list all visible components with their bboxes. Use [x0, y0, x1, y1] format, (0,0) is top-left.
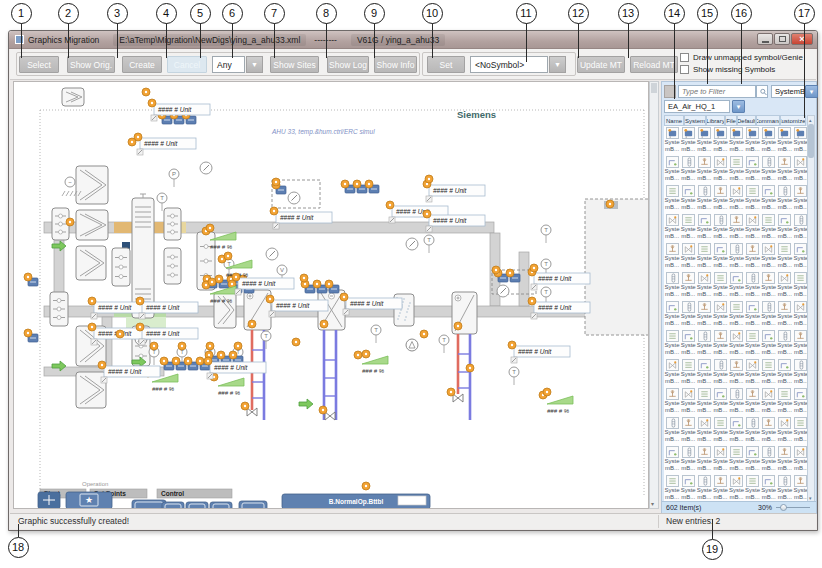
symbol-tile[interactable]: SystemB... [664, 213, 680, 242]
show-missing-checkbox-row[interactable]: Show missing Symbols [680, 65, 775, 74]
library-select-arrow-icon[interactable]: ▼ [732, 100, 745, 113]
symbol-tile[interactable]: SystemB... [680, 387, 696, 416]
symbol-tile[interactable]: SystemB... [664, 300, 680, 329]
symbol-tile[interactable]: SystemB... [680, 358, 696, 387]
column-header-name[interactable]: Name [664, 115, 684, 126]
symbol-tile[interactable]: SystemB... [696, 242, 712, 271]
symbol-tile[interactable]: SystemB... [728, 213, 744, 242]
symbol-tile[interactable]: SystemB... [761, 416, 777, 445]
symbol-tile[interactable]: SystemB... [696, 184, 712, 213]
zoom-slider-knob[interactable] [780, 504, 787, 511]
show-sites-button[interactable]: Show Sites [270, 56, 319, 73]
symbol-tile[interactable]: SystemB... [664, 155, 680, 184]
symbol-tile[interactable]: SystemB... [745, 271, 761, 300]
symbol-tile[interactable]: SystemB... [664, 126, 680, 155]
symbol-tile[interactable]: SystemB... [777, 271, 793, 300]
show-log-button[interactable]: Show Log [327, 56, 369, 73]
symbol-tile[interactable]: SystemB... [664, 184, 680, 213]
symbol-tile[interactable]: SystemB... [728, 358, 744, 387]
show-orig-button[interactable]: Show Orig. [67, 56, 115, 73]
symbol-tile[interactable]: SystemB... [696, 155, 712, 184]
symbol-tile[interactable]: SystemB... [745, 416, 761, 445]
symbol-tile[interactable]: SystemB... [712, 445, 728, 474]
draw-unmapped-checkbox[interactable] [680, 53, 689, 62]
symbol-tile[interactable]: SystemB... [761, 358, 777, 387]
symbol-tile[interactable]: SystemB... [777, 242, 793, 271]
filter-type-combobox[interactable]: Any [212, 56, 245, 73]
symbol-tile[interactable]: SystemB... [664, 474, 680, 503]
symbol-tile[interactable]: SystemB... [712, 126, 728, 155]
drawing-canvas[interactable]: PTTVTTTTTTTTTTTT~### # %### # %### # %##… [13, 81, 649, 509]
titlebar[interactable]: Graphics Migration E:\aTemp\Migration\Ne… [9, 31, 817, 49]
symbol-tile[interactable]: SystemB... [712, 358, 728, 387]
symbol-tile[interactable]: SystemB... [664, 329, 680, 358]
symbol-tile[interactable]: SystemB... [696, 126, 712, 155]
symbol-tile[interactable]: SystemB... [745, 358, 761, 387]
symbol-tile[interactable]: SystemB... [696, 329, 712, 358]
symbol-tile[interactable]: SystemB... [664, 242, 680, 271]
symbol-combobox[interactable]: <NoSymbol> [470, 56, 548, 73]
select-button[interactable]: Select [19, 56, 59, 73]
symbol-tile[interactable]: SystemB... [664, 358, 680, 387]
symbol-tile[interactable]: SystemB... [712, 474, 728, 503]
zoom-slider[interactable] [776, 507, 810, 508]
symbol-tile[interactable]: SystemB... [664, 416, 680, 445]
symbol-tile[interactable]: SystemB... [777, 416, 793, 445]
symbol-tile[interactable]: SystemB... [696, 387, 712, 416]
symbol-tile[interactable]: SystemB... [680, 213, 696, 242]
symbol-tile[interactable]: SystemB... [777, 213, 793, 242]
symbol-tile[interactable]: SystemB... [728, 184, 744, 213]
update-mt-button[interactable]: Update MT [577, 56, 625, 73]
symbol-tile[interactable]: SystemB... [761, 329, 777, 358]
symbol-tile[interactable]: SystemB... [777, 387, 793, 416]
symbol-tile[interactable]: SystemB... [680, 271, 696, 300]
symbol-tile[interactable]: SystemB... [728, 242, 744, 271]
create-button[interactable]: Create [122, 56, 162, 73]
symbol-tile[interactable]: SystemB... [696, 474, 712, 503]
symbol-tile[interactable]: SystemB... [680, 300, 696, 329]
column-header-system[interactable]: System [684, 115, 706, 126]
symbol-tile[interactable]: SystemB... [777, 445, 793, 474]
symbol-tile[interactable]: SystemB... [712, 184, 728, 213]
symbol-tile[interactable]: SystemB... [696, 300, 712, 329]
symbol-tile[interactable]: SystemB... [712, 242, 728, 271]
show-missing-checkbox[interactable] [680, 65, 689, 74]
symbol-tile[interactable]: SystemB... [745, 184, 761, 213]
symbol-tile[interactable]: SystemB... [777, 184, 793, 213]
symbol-tile[interactable]: SystemB... [745, 213, 761, 242]
symbol-tile[interactable]: SystemB... [728, 329, 744, 358]
system-select[interactable]: SystemB [771, 85, 805, 98]
symbol-tile[interactable]: SystemB... [745, 126, 761, 155]
symbol-tile[interactable]: SystemB... [745, 387, 761, 416]
maximize-button[interactable] [774, 33, 790, 45]
symbol-tile[interactable]: SystemB... [696, 358, 712, 387]
symbol-tile[interactable]: SystemB... [745, 445, 761, 474]
symbol-tile[interactable]: SystemB... [777, 155, 793, 184]
symbol-tile[interactable]: SystemB... [680, 445, 696, 474]
symbol-tile[interactable]: SystemB... [712, 213, 728, 242]
symbol-tile[interactable]: SystemB... [761, 126, 777, 155]
column-header-library[interactable]: Library [706, 115, 725, 126]
symbol-tile[interactable]: SystemB... [728, 416, 744, 445]
symbol-tile[interactable]: SystemB... [777, 358, 793, 387]
symbol-tile[interactable]: SystemB... [728, 300, 744, 329]
symbol-tile[interactable]: SystemB... [761, 445, 777, 474]
symbol-tile[interactable]: SystemB... [712, 416, 728, 445]
set-button[interactable]: Set [427, 56, 465, 73]
search-icon[interactable] [756, 85, 768, 98]
symbol-tile[interactable]: SystemB... [728, 126, 744, 155]
symbol-tile[interactable]: SystemB... [680, 126, 696, 155]
symbol-tile[interactable]: SystemB... [664, 387, 680, 416]
canvas-vertical-scrollbar[interactable]: ▾ [649, 81, 659, 509]
symbol-tile[interactable]: SystemB... [745, 155, 761, 184]
close-button[interactable]: × [791, 33, 813, 45]
symbol-tile[interactable]: SystemB... [728, 271, 744, 300]
panel-scrollbar[interactable]: ▴ ▾ [807, 115, 815, 503]
column-header-file[interactable]: File [725, 115, 737, 126]
symbol-tile[interactable]: SystemB... [680, 242, 696, 271]
symbol-tile[interactable]: SystemB... [745, 474, 761, 503]
symbol-tile[interactable]: SystemB... [761, 242, 777, 271]
symbol-filter-field[interactable] [678, 85, 756, 98]
symbol-tile[interactable]: SystemB... [712, 271, 728, 300]
symbol-tile[interactable]: SystemB... [761, 184, 777, 213]
